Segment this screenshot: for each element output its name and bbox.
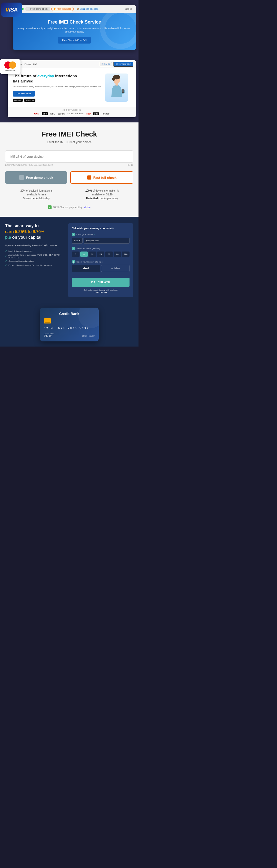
stripe-text: stripe	[84, 206, 90, 209]
sign-in-button[interactable]: Sign in	[123, 7, 133, 11]
calc-term-row: 2 Select your term (months) 3 6 12 24 36…	[72, 247, 130, 257]
imei-input[interactable]	[9, 155, 129, 159]
shield-icon: ✓	[48, 206, 52, 209]
calc-rate-label: 3 Select your interest rate type	[72, 260, 130, 264]
imei-input-wrapper	[5, 150, 133, 163]
verified-title: The future of everyday interactions has …	[13, 73, 103, 84]
nav-sign-in-button[interactable]: SIGN IN	[100, 62, 112, 66]
fixed-rate-button[interactable]: Fixed	[72, 265, 100, 272]
fast-info-col: 100% of device information is available …	[71, 189, 133, 200]
term-btn-3[interactable]: 3	[72, 251, 80, 257]
term-btn-120[interactable]: 120	[122, 251, 130, 257]
featured-logos: CNN abc NBC ◎CBS The New York Times TED …	[11, 112, 132, 115]
variable-rate-button[interactable]: Variable	[101, 265, 130, 272]
imei-page-title: Free IMEI Check	[5, 130, 133, 138]
calc-rate-row: 3 Select your interest rate type Fixed V…	[72, 260, 130, 272]
logo-nyt: The New York Times	[67, 113, 84, 115]
fast-info-line1-bold: 100%	[85, 189, 92, 192]
calc-amount-row: 1 Enter your amount ℹ EUR ▾	[72, 233, 130, 244]
calculate-button[interactable]: CALCULATE	[72, 278, 130, 287]
logo-bbc: BBC	[93, 113, 99, 115]
currency-selector[interactable]: EUR ▾	[72, 238, 83, 244]
nav-pricing[interactable]: Pricing	[24, 63, 30, 65]
amount-input[interactable]	[84, 238, 130, 244]
check-icon-1: ✓	[5, 250, 7, 252]
demo-info-line1: 20% of device information is	[20, 189, 52, 192]
imei-page-subtitle: Enter the IMEI/SN of your device	[5, 141, 133, 144]
fast-info-line2: available for $1.99	[91, 193, 113, 196]
demo-check-button[interactable]: Free demo check	[5, 172, 67, 184]
demo-info-line3: 5 free checks left today	[23, 197, 50, 200]
verified-hero-left: The future of everyday interactions has …	[13, 73, 103, 102]
secure-badge: ✓ 100% Secure payment by stripe	[5, 206, 133, 209]
calc-amount-label: 1 Enter your amount ℹ	[72, 233, 130, 237]
credit-expiry: 09/19	[44, 335, 54, 337]
fast-info-unlimited: Unlimited	[86, 197, 98, 200]
currency-chevron: ▾	[79, 240, 80, 242]
check-info-row: 20% of device information is available f…	[5, 189, 133, 200]
iba-left: The smart way to earn 5.25% to 9.70% p.a…	[5, 223, 63, 267]
calc-phone-section: Call us to speak directly with our team …	[72, 289, 130, 293]
tab-fast[interactable]: 🔶 Fast full check	[51, 7, 74, 11]
term-btn-36[interactable]: 36	[105, 251, 113, 257]
term-btn-60[interactable]: 60	[114, 251, 121, 257]
person-svg	[108, 75, 126, 100]
verified-hero-right	[105, 73, 131, 102]
term-btn-24[interactable]: 24	[97, 251, 105, 257]
tab-business[interactable]: 📦 Business package	[75, 7, 101, 11]
svg-rect-3	[115, 83, 118, 86]
google-play-badge[interactable]: Google Play	[24, 99, 36, 102]
browser-window-2: How it works Pricing FAQ SIGN IN TRY FOR…	[8, 60, 136, 117]
app-store-badge[interactable]: App Store	[13, 99, 23, 102]
term-btn-6[interactable]: 6	[80, 251, 88, 257]
browser-window-1: ⬜ Free demo check 🔶 Fast full check 📦 Bu…	[13, 5, 136, 50]
try-free-main-button[interactable]: TRY FOR FREE	[13, 91, 35, 97]
visa-logo: VISA	[1, 3, 22, 17]
nav-try-free-button[interactable]: TRY FOR FREE	[113, 62, 133, 67]
calc-step-1: 1	[72, 233, 75, 237]
credit-card-bottom: VALID THRU 09/19 Card Holder	[44, 333, 95, 337]
check-buttons-row: Free demo check Fast full check	[5, 172, 133, 184]
iba-rate: earn 5.25% to 9.70%	[5, 229, 45, 234]
section-browser-2: mastercard How it works Pricing FAQ SIGN…	[0, 58, 138, 122]
check-icon-2: ✓	[5, 255, 7, 258]
imei-hint-text: Enter IMEI/SN number e.g. 12345678901234…	[5, 164, 53, 166]
info-icon: ℹ	[94, 234, 95, 236]
hero-subtitle: Every device has a unique 15 digit IMEI …	[18, 27, 131, 33]
credit-valid-label: VALID THRU	[44, 333, 54, 335]
credit-chip	[44, 318, 51, 323]
hero-section: Free IMEI Check Service Every device has…	[13, 13, 136, 50]
mastercard-circles	[4, 61, 16, 69]
demo-tab-icon: ⬜	[27, 8, 29, 10]
credit-card: Credit Bank 1234 5678 9876 5432 VALID TH…	[40, 308, 99, 341]
calc-title: Calculate your earnings potential^	[72, 227, 130, 230]
fast-info-line1-rest: of device information is	[92, 189, 119, 192]
featured-label: AS FEATURED IN	[11, 109, 132, 111]
iba-feature-2: ✓ Available in 6 major currencies (AUD, …	[5, 254, 63, 258]
verified-desc: Before you transfer money, meet with som…	[13, 86, 103, 88]
fast-check-button[interactable]: Fast full check	[70, 172, 133, 184]
iba-desc: Open an Interest-Bearing Account (IBA) i…	[5, 244, 63, 247]
mastercard-logo: mastercard	[0, 59, 21, 74]
credit-card-section: Credit Bank 1234 5678 9876 5432 VALID TH…	[0, 304, 138, 346]
calc-phone-label: Call us to speak directly with our team	[72, 289, 130, 291]
section-iba: The smart way to earn 5.25% to 9.70% p.a…	[0, 217, 138, 346]
logo-forbes: Forbes	[102, 113, 110, 115]
section-browser-1: VISA ⬜ Free demo check 🔶 Fast full check…	[0, 0, 138, 58]
rate-type-buttons: Fixed Variable	[72, 265, 130, 272]
verified-hero: The future of everyday interactions has …	[8, 68, 136, 107]
imei-hint-row: Enter IMEI/SN number e.g. 12345678901234…	[5, 164, 133, 166]
section-imei: Free IMEI Check Enter the IMEI/SN of you…	[0, 122, 138, 217]
term-btn-12[interactable]: 12	[88, 251, 96, 257]
logo-abc: abc	[42, 112, 48, 115]
tab-demo[interactable]: ⬜ Free demo check	[25, 7, 50, 11]
fast-info-line3-rest: checks per today	[99, 197, 118, 200]
biz-tab-icon: 📦	[77, 8, 79, 10]
iba-feature-4: ✓ Personal Australia-based Relationship …	[5, 264, 63, 267]
credit-holder: Card Holder	[82, 335, 95, 337]
fast-button-icon	[87, 176, 91, 180]
dot-green	[22, 8, 24, 10]
featured-bar: AS FEATURED IN CNN abc NBC ◎CBS The New …	[8, 107, 136, 117]
nav-faq[interactable]: FAQ	[33, 63, 37, 65]
hero-cta-button[interactable]: Free Check IMEI or S/N	[58, 37, 91, 43]
